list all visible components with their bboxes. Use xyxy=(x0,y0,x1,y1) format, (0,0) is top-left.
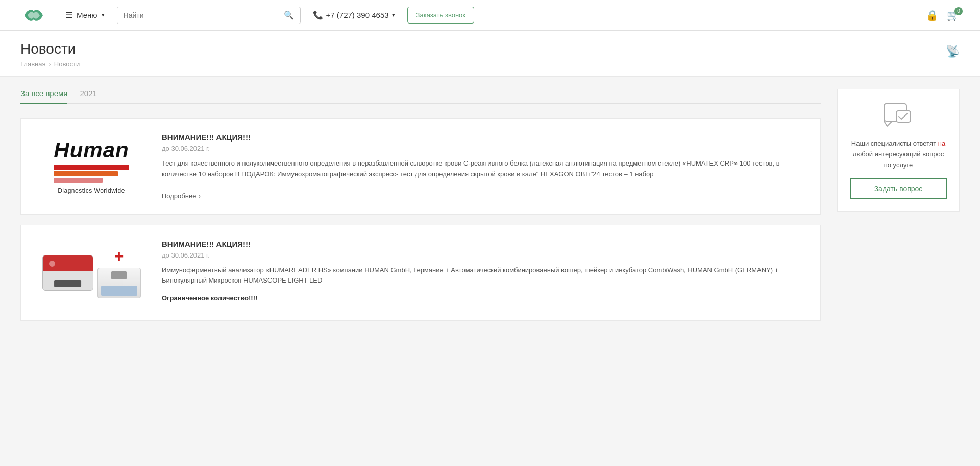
news-text-2: Иммуноферментный анализатор «HUMAREADER … xyxy=(162,265,806,287)
news-content-1: ВНИМАНИЕ!!! АКЦИЯ!!! до 30.06.2021 г. Те… xyxy=(162,133,806,200)
tab-2021[interactable]: 2021 xyxy=(80,89,96,104)
menu-chevron-icon: ▾ xyxy=(102,12,105,18)
breadcrumb-home[interactable]: Главная xyxy=(20,60,45,68)
search-input[interactable] xyxy=(117,7,278,24)
account-button[interactable]: 🔒 xyxy=(926,9,939,21)
search-icon: 🔍 xyxy=(284,11,294,19)
phone-info: 📞 +7 (727) 390 4653 ▾ xyxy=(313,10,395,20)
sidebar: Наши специалисты ответят на любой интере… xyxy=(837,89,960,331)
content-area: За все время 2021 Human Diagnostics Worl… xyxy=(20,89,821,331)
menu-button[interactable]: ☰ Меню ▾ xyxy=(65,10,105,20)
news-text-bold-2: Ограниченное количество!!!! xyxy=(162,294,806,302)
news-date-1: до 30.06.2021 г. xyxy=(162,145,806,152)
phone-chevron-icon: ▾ xyxy=(392,12,395,18)
sidebar-description: Наши специалисты ответят на любой интере… xyxy=(850,138,947,170)
news-image-2: + xyxy=(35,240,148,307)
breadcrumb-separator: › xyxy=(48,60,51,68)
news-title-1: ВНИМАНИЕ!!! АКЦИЯ!!! xyxy=(162,133,806,142)
menu-label: Меню xyxy=(77,11,97,19)
stripe-red xyxy=(54,165,129,170)
tabs: За все время 2021 xyxy=(20,89,821,104)
search-bar: 🔍 xyxy=(117,7,301,24)
chat-check-icon xyxy=(882,102,915,130)
tab-all-time[interactable]: За все время xyxy=(20,89,67,104)
diagnostics-text: Diagnostics Worldwide xyxy=(58,187,125,194)
phone-number: +7 (727) 390 4653 xyxy=(326,11,389,19)
device-reader-svg xyxy=(42,255,93,291)
menu-icon: ☰ xyxy=(65,10,72,20)
human-logo-text: Human xyxy=(54,138,129,162)
main-container: За все время 2021 Human Diagnostics Worl… xyxy=(0,77,980,343)
news-item-2: + ВНИМАНИЕ!!! АКЦИЯ!!! до 30.06.2021 г. … xyxy=(20,225,821,321)
device-analyzer-svg xyxy=(97,268,141,298)
read-more-label-1: Подробнее xyxy=(162,192,196,200)
human-diagnostics-logo: Human Diagnostics Worldwide xyxy=(54,138,129,194)
ask-question-button[interactable]: Задать вопрос xyxy=(850,178,947,199)
sidebar-icon-area xyxy=(850,102,947,130)
news-content-2: ВНИМАНИЕ!!! АКЦИЯ!!! до 30.06.2021 г. Им… xyxy=(162,240,806,307)
news-image-1: Human Diagnostics Worldwide xyxy=(35,133,148,200)
breadcrumb: Главная › Новости xyxy=(20,60,80,68)
page-title: Новости xyxy=(20,41,80,57)
cart-badge: 0 xyxy=(954,7,963,15)
stripe-orange xyxy=(54,171,117,176)
breadcrumb-current: Новости xyxy=(54,60,80,68)
header: ☰ Меню ▾ 🔍 📞 +7 (727) 390 4653 ▾ Заказат… xyxy=(0,0,980,31)
sidebar-widget: Наши специалисты ответят на любой интере… xyxy=(837,89,960,212)
call-button[interactable]: Заказать звонок xyxy=(407,7,474,24)
read-more-arrow-1: › xyxy=(198,192,200,200)
search-button[interactable]: 🔍 xyxy=(278,10,300,20)
lock-icon: 🔒 xyxy=(926,10,939,21)
stripe-pink xyxy=(54,178,103,183)
cart-button[interactable]: 🛒 0 xyxy=(947,9,960,21)
phone-icon: 📞 xyxy=(313,10,323,20)
news-title-2: ВНИМАНИЕ!!! АКЦИЯ!!! xyxy=(162,240,806,248)
human-logo-stripes xyxy=(54,165,129,183)
news-date-2: до 30.06.2021 г. xyxy=(162,251,806,259)
logo[interactable] xyxy=(20,6,47,25)
page-header: Новости Главная › Новости 📡 xyxy=(0,31,980,77)
header-icons: 🔒 🛒 0 xyxy=(926,9,960,21)
news-item-1: Human Diagnostics Worldwide ВНИМАНИЕ!!! … xyxy=(20,118,821,215)
read-more-1[interactable]: Подробнее › xyxy=(162,192,201,200)
plus-icon: + xyxy=(114,247,124,266)
rss-icon[interactable]: 📡 xyxy=(946,45,960,58)
sidebar-link[interactable]: на xyxy=(938,139,945,147)
news-text-1: Тест для качественного и полуколичествен… xyxy=(162,158,806,180)
